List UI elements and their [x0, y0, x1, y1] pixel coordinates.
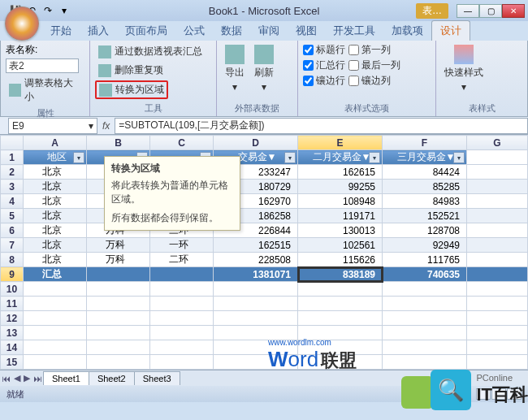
cell[interactable]: 北京: [24, 209, 87, 223]
filter-dropdown-icon[interactable]: ▾: [284, 152, 296, 163]
tab-nav-first[interactable]: ⏮: [0, 374, 12, 383]
cell[interactable]: 一环: [150, 238, 214, 253]
cell[interactable]: 北京: [24, 223, 87, 238]
sheet-tab-3[interactable]: Sheet3: [134, 371, 180, 385]
tab-dev[interactable]: 开发工具: [325, 21, 383, 41]
tab-layout[interactable]: 页面布局: [117, 21, 175, 41]
cell[interactable]: 111765: [383, 253, 467, 267]
select-all-corner[interactable]: [1, 136, 24, 150]
tab-view[interactable]: 视图: [288, 21, 325, 41]
total-f[interactable]: 740635: [383, 267, 467, 282]
tab-insert[interactable]: 插入: [80, 21, 117, 41]
cell[interactable]: 92949: [383, 238, 467, 253]
cell[interactable]: 152521: [383, 209, 467, 223]
cell[interactable]: 北京: [24, 194, 87, 209]
col-F[interactable]: F: [383, 136, 467, 150]
filter-dropdown-icon[interactable]: ▾: [73, 152, 84, 163]
resize-table-button[interactable]: 调整表格大小: [6, 75, 84, 106]
col-A[interactable]: A: [24, 136, 87, 150]
row-hdr[interactable]: 2: [1, 165, 24, 180]
tab-nav-last[interactable]: ⏭: [32, 374, 44, 383]
remove-duplicates-button[interactable]: 删除重复项: [95, 62, 167, 79]
col-D[interactable]: D: [214, 136, 298, 150]
name-box[interactable]: E9▾: [8, 118, 97, 134]
row-hdr[interactable]: 5: [1, 209, 24, 223]
table-name-input[interactable]: 表2: [6, 58, 79, 73]
cell[interactable]: 119171: [298, 209, 383, 223]
row-hdr[interactable]: 3: [1, 180, 24, 194]
total-d[interactable]: 1381071: [214, 267, 298, 282]
cell[interactable]: 北京: [24, 165, 87, 180]
redo-icon[interactable]: ↷: [41, 3, 55, 18]
export-button[interactable]: 导出▾: [222, 43, 248, 94]
worksheet[interactable]: A B C D E F G 1 地区▾ ▾ ▾ 交易金▼▾ 二月交易金▼▾ 三月…: [0, 135, 528, 370]
active-cell[interactable]: 838189▾: [298, 267, 383, 282]
cell[interactable]: 130013: [298, 223, 383, 238]
col-E[interactable]: E: [298, 136, 383, 150]
cell[interactable]: 二环: [150, 253, 214, 267]
row-1[interactable]: 1: [1, 150, 24, 165]
cell[interactable]: 北京: [24, 253, 87, 267]
tab-home[interactable]: 开始: [42, 21, 80, 41]
table-header[interactable]: 地区▾: [24, 150, 87, 165]
table-header[interactable]: 二月交易金▼▾: [298, 150, 383, 165]
formula-bar[interactable]: =SUBTOTAL(109,[二月交易金额]): [115, 118, 528, 134]
tab-design[interactable]: 设计: [431, 20, 470, 41]
cell[interactable]: 84983: [383, 194, 467, 209]
cell[interactable]: 万科: [87, 253, 150, 267]
col-G[interactable]: G: [467, 136, 528, 150]
qat-dropdown-icon[interactable]: ▾: [57, 3, 71, 18]
opt-first-col[interactable]: 第一列: [348, 43, 400, 57]
tab-nav-next[interactable]: ▶: [22, 373, 32, 383]
quick-styles-button[interactable]: 快速样式▾: [441, 43, 487, 94]
cell[interactable]: 162615: [298, 165, 383, 180]
maximize-button[interactable]: ▢: [479, 4, 502, 18]
cell[interactable]: 108948: [298, 194, 383, 209]
summarize-pivot-button[interactable]: 通过数据透视表汇总: [95, 43, 206, 60]
cell[interactable]: 128708: [383, 223, 467, 238]
chevron-down-icon[interactable]: ▾: [89, 120, 93, 132]
convert-to-range-button[interactable]: 转换为区域: [95, 80, 168, 99]
row-hdr[interactable]: 6: [1, 223, 24, 238]
row-hdr[interactable]: 11: [1, 297, 24, 311]
col-C[interactable]: C: [150, 136, 214, 150]
opt-banded-cols[interactable]: 镶边列: [348, 74, 400, 88]
office-button[interactable]: [5, 6, 39, 41]
opt-last-col[interactable]: 最后一列: [348, 58, 400, 72]
opt-banded-rows[interactable]: 镶边行: [303, 74, 345, 88]
cell[interactable]: 84424: [383, 165, 467, 180]
tab-data[interactable]: 数据: [213, 21, 250, 41]
cell[interactable]: 115626: [298, 253, 383, 267]
row-hdr[interactable]: 12: [1, 311, 24, 326]
cell[interactable]: 北京: [24, 180, 87, 194]
row-hdr[interactable]: 7: [1, 238, 24, 253]
minimize-button[interactable]: —: [457, 4, 479, 18]
row-hdr[interactable]: 8: [1, 253, 24, 267]
row-hdr[interactable]: 4: [1, 194, 24, 209]
cell[interactable]: 北京: [24, 238, 87, 253]
row-hdr[interactable]: 14: [1, 340, 24, 355]
row-hdr[interactable]: 15: [1, 355, 24, 370]
close-button[interactable]: ✕: [502, 4, 525, 18]
refresh-button[interactable]: 刷新▾: [251, 43, 277, 94]
sheet-tab-2[interactable]: Sheet2: [89, 371, 135, 385]
filter-dropdown-icon[interactable]: ▾: [369, 152, 380, 163]
cell[interactable]: 99255: [298, 180, 383, 194]
cell[interactable]: 85285: [383, 180, 467, 194]
cell[interactable]: 102561: [298, 238, 383, 253]
cell[interactable]: 228508: [214, 253, 298, 267]
row-hdr[interactable]: 10: [1, 282, 24, 297]
table-header[interactable]: 三月交易金▼▾: [383, 150, 467, 165]
cell[interactable]: 162515: [214, 238, 298, 253]
tab-review[interactable]: 审阅: [250, 21, 288, 41]
tab-nav-prev[interactable]: ◀: [12, 373, 22, 383]
filter-dropdown-icon[interactable]: ▾: [453, 152, 465, 163]
row-9[interactable]: 9: [1, 267, 24, 282]
fx-icon[interactable]: fx: [102, 120, 110, 132]
opt-total-row[interactable]: 汇总行: [303, 58, 345, 72]
col-B[interactable]: B: [87, 136, 150, 150]
total-label[interactable]: 汇总: [24, 267, 87, 282]
tab-addin[interactable]: 加载项: [383, 21, 431, 41]
row-hdr[interactable]: 13: [1, 326, 24, 340]
cell[interactable]: 万科: [87, 238, 150, 253]
